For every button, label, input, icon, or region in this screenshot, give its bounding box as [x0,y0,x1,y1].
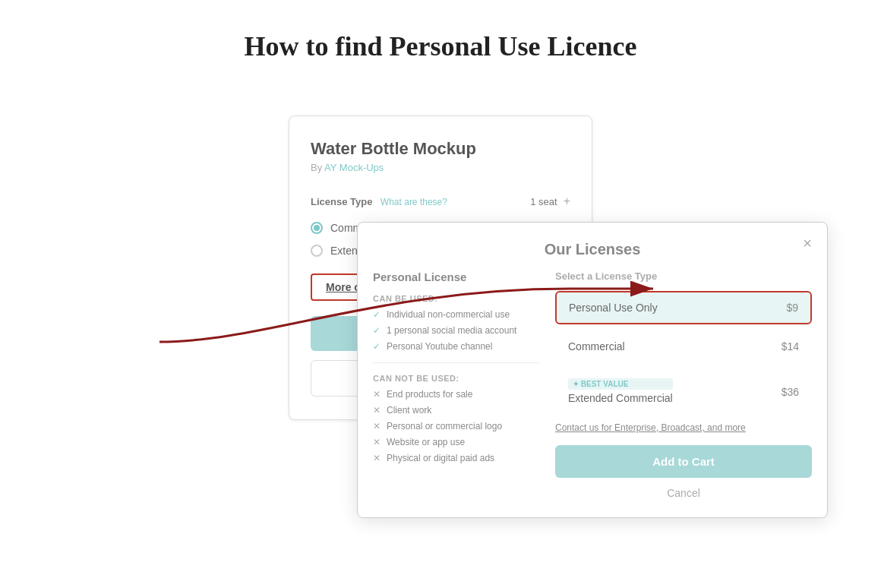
page-title: How to find Personal Use Licence [0,0,881,100]
licenses-modal: Our Licenses × Personal License Can be u… [357,222,828,518]
cannot-item-1: ✕ End products for sale [373,389,540,400]
selector-title: Select a License Type [555,270,812,282]
x-icon-2: ✕ [373,405,381,416]
author-link[interactable]: AY Mock-Ups [324,162,384,173]
license-selector-panel: Select a License Type Personal Use Only … [555,270,812,502]
can-item-2: ✓ 1 personal social media account [373,325,540,336]
license-info-panel: Personal License Can be used: ✓ Individu… [373,270,540,502]
commercial-choice-label: Commercial [568,340,625,352]
can-be-used-label: Can be used: [373,294,540,303]
x-icon-5: ✕ [373,453,381,463]
enterprise-link[interactable]: Contact us for Enterprise, Broadcast, an… [555,422,812,433]
product-title: Water Bottle Mockup [311,139,570,159]
check-icon-3: ✓ [373,341,381,352]
modal-close-button[interactable]: × [803,235,812,252]
personal-use-only-price: $9 [786,302,798,314]
x-icon-3: ✕ [373,421,381,432]
check-icon-1: ✓ [373,309,381,320]
extended-commercial-radio[interactable] [311,245,323,257]
cannot-item-5: ✕ Physical or digital paid ads [373,453,540,463]
best-value-badge: ✦ BEST VALUE [568,378,673,390]
modal-cancel-button[interactable]: Cancel [555,484,812,502]
extended-commercial-choice-info: ✦ BEST VALUE Extended Commercial [568,378,673,405]
cannot-item-2: ✕ Client work [373,405,540,416]
modal-body: Personal License Can be used: ✓ Individu… [358,270,827,517]
commercial-choice[interactable]: Commercial $14 [555,330,812,362]
extended-commercial-choice[interactable]: ✦ BEST VALUE Extended Commercial $36 [555,368,812,415]
modal-title: Our Licenses [545,241,641,258]
seat-control: 1 seat + [530,194,570,208]
what-are-these-link[interactable]: What are these? [381,197,447,207]
personal-use-only-label: Personal Use Only [569,302,658,314]
cannot-item-4: ✕ Website or app use [373,437,540,447]
license-header: License Type What are these? 1 seat + [311,194,570,208]
divider [373,362,540,363]
x-icon-4: ✕ [373,437,381,447]
commercial-choice-price: $14 [782,340,799,352]
modal-header: Our Licenses × [358,223,827,270]
license-info-title: Personal License [373,270,540,283]
extended-commercial-choice-price: $36 [782,386,799,398]
can-item-1: ✓ Individual non-commercial use [373,309,540,320]
license-type-label: License Type What are these? [311,194,447,208]
x-icon-1: ✕ [373,389,381,400]
product-author: By AY Mock-Ups [311,162,570,173]
modal-add-to-cart-button[interactable]: Add to Cart [555,445,812,478]
seat-plus-button[interactable]: + [564,194,570,208]
check-icon-2: ✓ [373,325,381,336]
personal-use-only-choice[interactable]: Personal Use Only $9 [555,291,812,324]
seat-count: 1 seat [530,196,557,207]
cannot-be-used-label: Can not be used: [373,374,540,383]
extended-commercial-choice-label: Extended Commercial [568,392,673,404]
can-item-3: ✓ Personal Youtube channel [373,341,540,352]
cannot-item-3: ✕ Personal or commercial logo [373,421,540,432]
content-area: Water Bottle Mockup By AY Mock-Ups Licen… [0,100,881,420]
commercial-radio[interactable] [311,222,323,234]
